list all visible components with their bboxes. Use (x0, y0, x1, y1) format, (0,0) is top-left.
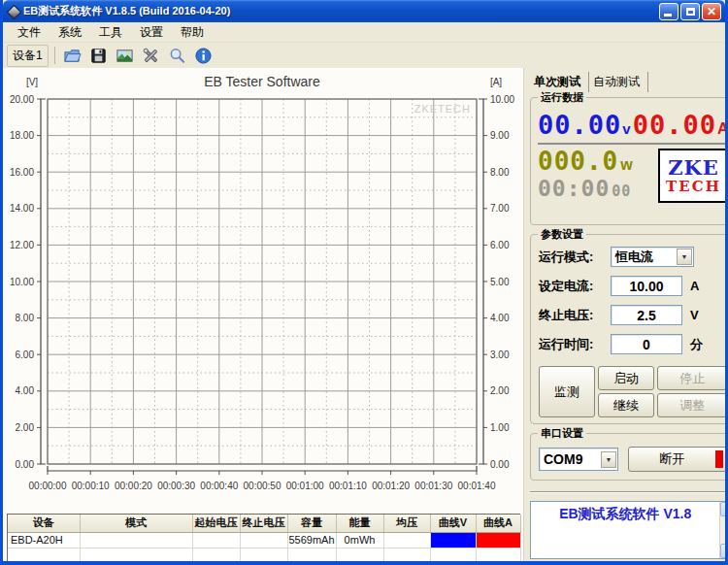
table-cell: 5569mAh (287, 532, 336, 548)
curve-v-cell (430, 532, 476, 548)
device-tab-button[interactable]: 设备1 (7, 45, 49, 67)
svg-text:12.00: 12.00 (10, 240, 34, 250)
run-data-label: 运行数据 (538, 91, 586, 104)
run-mode-dropdown[interactable]: 恒电流 ▼ (611, 247, 694, 267)
svg-text:00:01:40: 00:01:40 (458, 481, 496, 491)
minimize-button[interactable] (659, 3, 678, 20)
app-icon (7, 5, 19, 17)
set-current-input[interactable] (611, 276, 682, 296)
zketech-logo: ZKE TECH (658, 149, 725, 203)
menu-bar: 文件 系统 工具 设置 帮助 (3, 22, 725, 43)
continue-button[interactable]: 继续 (598, 393, 654, 417)
table-cell (240, 532, 287, 548)
svg-text:00:00:50: 00:00:50 (244, 481, 281, 491)
voltage-display: 00.00 (538, 110, 621, 140)
run-time-input[interactable] (611, 334, 682, 354)
table-header-cell[interactable]: 曲线A (476, 515, 520, 532)
time-seconds-display: 00 (612, 183, 631, 200)
svg-text:00:01:20: 00:01:20 (372, 481, 410, 491)
menu-tools[interactable]: 工具 (90, 22, 131, 43)
set-current-unit: A (690, 279, 699, 293)
image-button[interactable] (114, 44, 137, 67)
table-cell (383, 548, 430, 561)
table-header-cell[interactable]: 能量 (336, 515, 383, 532)
menu-file[interactable]: 文件 (9, 22, 50, 43)
close-button[interactable]: ✕ (702, 3, 721, 20)
cutoff-voltage-input[interactable] (611, 305, 682, 325)
monitor-button[interactable]: 监测 (539, 366, 595, 417)
tab-single-test[interactable]: 单次测试 (530, 72, 589, 92)
svg-text:00:00:40: 00:00:40 (200, 481, 238, 491)
table-header-cell[interactable]: 容量 (287, 515, 336, 532)
table-cell (80, 548, 192, 561)
maximize-icon (686, 8, 695, 16)
adjust-button[interactable]: 调整 (657, 393, 725, 417)
connection-status-indicator (715, 450, 723, 468)
svg-text:4.00: 4.00 (490, 313, 510, 323)
table-cell (336, 548, 383, 561)
scroll-up-icon[interactable]: ▲ (720, 502, 725, 516)
svg-text:6.00: 6.00 (16, 349, 35, 360)
window-title: EB测试系统软件 V1.8.5 (Build 2016-04-20) (23, 4, 655, 18)
menu-system[interactable]: 系统 (50, 22, 90, 43)
table-cell (383, 532, 430, 548)
table-cell (80, 532, 192, 548)
table-header-cell[interactable]: 终止电压 (240, 515, 287, 532)
table-header-cell[interactable]: 起始电压 (192, 515, 240, 532)
svg-text:00:00:00: 00:00:00 (29, 481, 67, 491)
image-icon (116, 47, 134, 65)
disconnect-button[interactable]: 断开 (628, 447, 725, 472)
power-display: 000.0 (538, 147, 618, 176)
cutoff-voltage-label: 终止电压: (539, 307, 611, 324)
save-icon (89, 47, 108, 65)
stop-button[interactable]: 停止 (657, 366, 725, 390)
serial-settings-label: 串口设置 (538, 427, 586, 440)
com-port-dropdown[interactable]: COM9 ▼ (539, 448, 618, 471)
table-header-cell[interactable]: 曲线V (430, 515, 476, 532)
table-cell (8, 548, 80, 561)
table-header-cell[interactable]: 设备 (8, 515, 80, 532)
chevron-down-icon[interactable]: ▼ (601, 451, 616, 468)
menu-help[interactable]: 帮助 (172, 22, 213, 43)
chevron-down-icon[interactable]: ▼ (677, 249, 692, 265)
disconnect-label: 断开 (659, 450, 684, 468)
open-folder-button[interactable] (61, 44, 84, 67)
start-button[interactable]: 启动 (598, 366, 654, 390)
table-header-cell[interactable]: 模式 (80, 515, 192, 532)
voltage-unit: v (622, 120, 630, 137)
scroll-down-icon[interactable]: ▼ (720, 544, 725, 558)
svg-text:5.00: 5.00 (490, 277, 510, 287)
set-current-label: 设定电流: (539, 278, 611, 295)
info-button[interactable] (192, 44, 215, 67)
table-row[interactable] (8, 548, 520, 561)
svg-text:14.00: 14.00 (10, 203, 34, 214)
tools-button[interactable] (140, 44, 163, 67)
svg-text:00:01:30: 00:01:30 (414, 481, 452, 491)
save-button[interactable] (87, 44, 111, 67)
message-scrollbar[interactable]: ▲ ▼ (719, 502, 725, 558)
results-table: 设备模式起始电压终止电压容量能量均压曲线V曲线A EBD-A20H5569mAh… (7, 514, 520, 561)
info-icon (194, 47, 213, 65)
table-header-cell[interactable]: 均压 (383, 515, 430, 532)
chart-panel: 20.0010.0018.009.0016.008.0014.007.0012.… (3, 68, 524, 561)
svg-text:2.00: 2.00 (490, 385, 510, 396)
maximize-button[interactable] (680, 3, 700, 20)
svg-text:4.00: 4.00 (16, 385, 35, 396)
tab-auto-test[interactable]: 自动测试 (589, 72, 648, 92)
svg-text:10.00: 10.00 (490, 94, 514, 105)
cutoff-voltage-unit: V (690, 308, 699, 322)
run-mode-label: 运行模式: (539, 249, 611, 266)
svg-text:10.00: 10.00 (10, 277, 34, 287)
curve-a-cell (476, 548, 520, 561)
run-mode-value: 恒电流 (612, 249, 676, 266)
search-button[interactable] (166, 44, 189, 67)
svg-text:00:01:00: 00:01:00 (286, 481, 324, 491)
logo-line2: TECH (666, 179, 721, 194)
svg-text:16.00: 16.00 (10, 167, 34, 178)
time-display: 00:00 (538, 176, 610, 201)
menu-settings[interactable]: 设置 (131, 22, 172, 43)
table-row[interactable]: EBD-A20H5569mAh0mWh (8, 532, 520, 548)
svg-text:7.00: 7.00 (490, 203, 510, 214)
open-folder-icon (63, 47, 82, 65)
svg-text:00:01:10: 00:01:10 (329, 481, 367, 491)
